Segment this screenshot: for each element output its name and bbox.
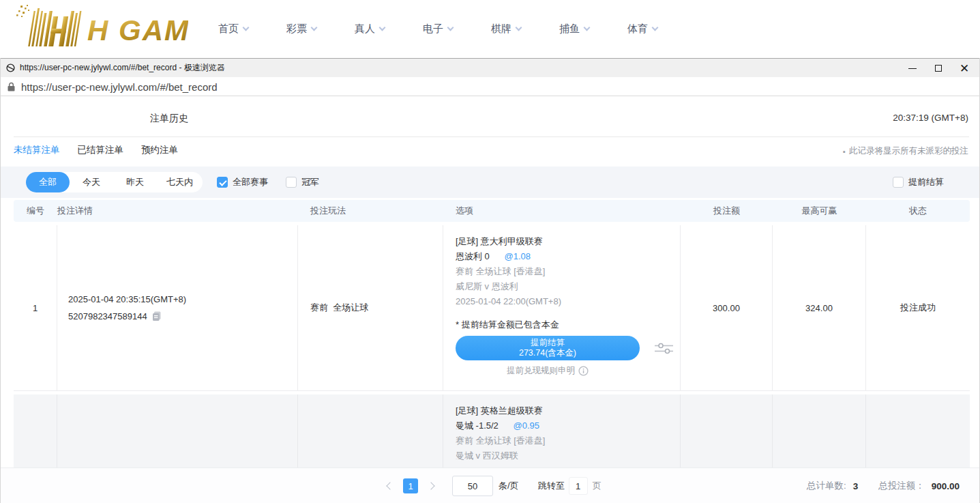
- tab-unsettled[interactable]: 未结算注单: [14, 144, 60, 156]
- lock-icon: [8, 82, 15, 91]
- jump-to-label: 跳转至: [538, 480, 565, 492]
- date-filter-all[interactable]: 全部: [26, 172, 70, 192]
- event-filter-checkboxes: 全部赛事 冠军: [217, 167, 319, 198]
- chevron-down-icon: [447, 24, 454, 31]
- browser-title-bar: https://user-pc-new.jylywl.com/#/bet_rec…: [0, 58, 980, 77]
- checkbox-unchecked-icon: [893, 177, 904, 188]
- match-teams: 威尼斯 v 恩波利: [456, 279, 680, 294]
- date-filter-yesterday[interactable]: 昨天: [113, 172, 157, 192]
- copy-icon[interactable]: [151, 311, 162, 321]
- jump-page-input[interactable]: [569, 477, 588, 495]
- row-number: [14, 394, 57, 468]
- play-type-cell: [298, 394, 443, 468]
- bet-details-cell: [57, 394, 298, 468]
- cashout-note: * 提前结算金额已包含本金: [456, 317, 680, 332]
- nav-label: 捕鱼: [559, 23, 580, 35]
- bet-odds: @0.95: [513, 420, 539, 431]
- status-cell: 投注成功: [866, 225, 970, 390]
- bet-record-page: 注单历史 20:37:19 (GMT+8) 未结算注单 已结算注单 预约注单 ▪…: [0, 97, 980, 468]
- date-filter-today[interactable]: 今天: [70, 172, 113, 192]
- chevron-left-icon: [386, 482, 394, 489]
- nav-item-chess[interactable]: 棋牌: [491, 23, 521, 35]
- league-name: [足球] 意大利甲级联赛: [456, 234, 680, 249]
- match-teams: 曼城 v 西汉姆联: [456, 448, 680, 463]
- maximize-button[interactable]: [925, 59, 951, 78]
- league-name: [足球] 英格兰超级联赛: [456, 403, 680, 418]
- chevron-down-icon: [379, 24, 386, 31]
- early-settle-checkbox[interactable]: 提前结算: [893, 176, 944, 188]
- match-time: 2025-01-04 22:00(GMT+8): [456, 294, 680, 309]
- nav-label: 体育: [627, 23, 648, 35]
- col-header-amount: 投注额: [681, 205, 773, 217]
- col-header-details: 投注详情: [57, 205, 298, 217]
- prev-page-button[interactable]: [385, 478, 395, 493]
- champion-checkbox[interactable]: 冠军: [286, 176, 319, 188]
- page-unit-label: 页: [593, 480, 602, 492]
- close-button[interactable]: ✕: [951, 59, 977, 78]
- bet-id: 5207982347589144: [68, 311, 147, 321]
- filter-strip: 全部 今天 昨天 七天内 全部赛事 冠军 提前结算: [0, 167, 980, 198]
- option-cell: [足球] 意大利甲级联赛 恩波利 0 @1.08 赛前 全场让球 [香港盘] 威…: [443, 225, 681, 390]
- cashout-rule-link[interactable]: 提前兑现规则申明: [456, 365, 640, 377]
- site-logo[interactable]: H GAME: [4, 4, 188, 53]
- col-header-maxwin: 最高可赢: [773, 205, 866, 217]
- nav-label: 真人: [355, 23, 375, 35]
- chevron-down-icon: [516, 24, 522, 31]
- checkbox-label: 冠军: [301, 176, 319, 188]
- checkbox-unchecked-icon: [286, 177, 297, 188]
- table-footer: 1 条/页 跳转至 页 总计单数: 3 总投注额： 900.00: [0, 468, 980, 503]
- tab-reserved[interactable]: 预约注单: [141, 144, 178, 156]
- minimize-button[interactable]: [900, 59, 925, 78]
- minimize-icon: [908, 68, 917, 69]
- date-filter-seven-days[interactable]: 七天内: [157, 172, 203, 192]
- nav-label: 电子: [423, 23, 443, 35]
- record-tabs: 未结算注单 已结算注单 预约注单: [14, 144, 178, 156]
- browser-address-bar[interactable]: https://user-pc-new.jylywl.com/#/bet_rec…: [0, 78, 980, 96]
- window-controls: ✕: [900, 59, 977, 78]
- row-number-value: 1: [33, 303, 38, 313]
- bet-amount-cell: [681, 394, 773, 468]
- play-type-cell: 赛前 全场让球: [298, 225, 443, 390]
- tab-settled[interactable]: 已结算注单: [78, 144, 124, 156]
- sliders-icon[interactable]: [655, 342, 673, 355]
- nav-item-sports[interactable]: 体育: [627, 23, 657, 35]
- record-note: ▪ 此记录将显示所有未派彩的投注: [843, 145, 968, 157]
- total-amount-label: 总投注额：: [878, 480, 925, 492]
- nav-label: 棋牌: [491, 23, 511, 35]
- server-clock: 20:37:19 (GMT+8): [893, 113, 968, 123]
- date-filter-group: 全部 今天 昨天 七天内: [26, 172, 203, 192]
- nav-item-lottery[interactable]: 彩票: [286, 23, 316, 35]
- page-size-input[interactable]: [452, 476, 493, 496]
- status-badge: 投注成功: [900, 302, 936, 314]
- page-title: 注单历史: [150, 113, 188, 125]
- h-game-logo-icon: H GAME: [4, 4, 188, 51]
- total-count-label: 总计单数:: [807, 480, 846, 492]
- all-events-checkbox[interactable]: 全部赛事: [217, 176, 268, 188]
- early-settle-filter: 提前结算: [893, 167, 944, 198]
- chevron-down-icon: [243, 24, 250, 31]
- next-page-button[interactable]: [426, 478, 436, 493]
- maximize-icon: [935, 65, 942, 72]
- table-row: 1 2025-01-04 20:35:15(GMT+8) 52079823475…: [14, 225, 970, 391]
- nav-item-home[interactable]: 首页: [218, 23, 248, 35]
- bet-time: 2025-01-04 20:35:15(GMT+8): [68, 294, 297, 304]
- chevron-down-icon: [652, 24, 659, 31]
- bet-selection: 恩波利 0: [456, 251, 490, 261]
- nav-item-fishing[interactable]: 捕鱼: [559, 23, 589, 35]
- col-header-playtype: 投注玩法: [298, 205, 443, 217]
- address-url: https://user-pc-new.jylywl.com/#/bet_rec…: [21, 81, 218, 93]
- chevron-down-icon: [311, 24, 318, 31]
- note-text: 此记录将显示所有未派彩的投注: [849, 145, 968, 157]
- col-header-no: 编号: [14, 205, 57, 217]
- bet-amount-value: 300.00: [713, 303, 740, 313]
- cashout-button-title: 提前结算: [456, 338, 640, 348]
- globe-icon: [6, 63, 15, 72]
- nav-item-live[interactable]: 真人: [355, 23, 385, 35]
- app-root: H GAME 首页 彩票 真人 电子 棋牌: [0, 0, 980, 503]
- nav-item-slots[interactable]: 电子: [423, 23, 453, 35]
- current-page-button[interactable]: 1: [403, 478, 418, 493]
- row-number: 1: [14, 225, 57, 390]
- market-type: 赛前 全场让球 [香港盘]: [456, 433, 680, 448]
- col-header-status: 状态: [866, 205, 970, 217]
- cashout-button[interactable]: 提前结算 273.74(含本金): [456, 336, 640, 360]
